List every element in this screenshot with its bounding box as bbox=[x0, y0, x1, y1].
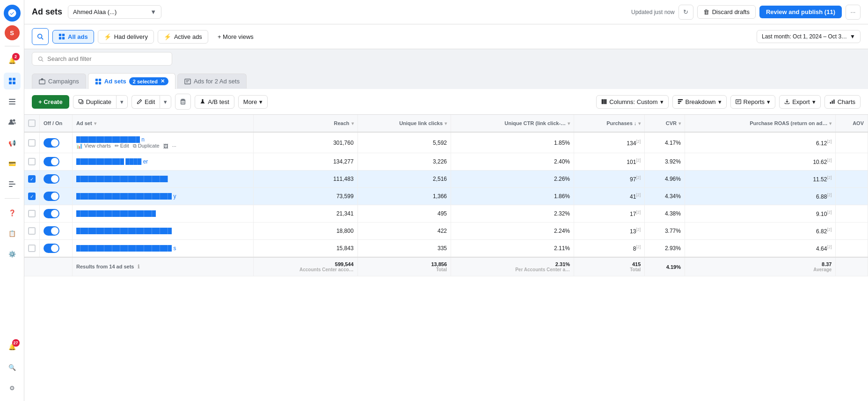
refresh-button[interactable]: ↻ bbox=[678, 5, 693, 20]
all-ads-tab[interactable]: All ads bbox=[52, 30, 94, 44]
th-ad-set[interactable]: Ad set ▾ bbox=[73, 115, 254, 132]
grid-icon[interactable] bbox=[4, 73, 21, 89]
svg-point-8 bbox=[13, 119, 15, 122]
ads-tab[interactable]: Ads for 2 Ad sets bbox=[177, 74, 247, 89]
th-reach[interactable]: Reach ▾ bbox=[254, 115, 357, 132]
charts-button[interactable]: Charts bbox=[824, 95, 861, 109]
toggle-switch[interactable] bbox=[44, 226, 59, 236]
more-chevron-icon: ▾ bbox=[259, 98, 263, 105]
review-publish-button[interactable]: Review and publish (11) bbox=[759, 6, 842, 18]
account-selector[interactable]: Ahmed Alaa (...) ▼ bbox=[68, 5, 161, 19]
duplicate-arrow[interactable]: ▾ bbox=[116, 95, 128, 109]
header-checkbox[interactable] bbox=[28, 119, 36, 127]
row-checkbox[interactable] bbox=[28, 245, 36, 252]
image-action[interactable]: 🖼 bbox=[163, 143, 168, 149]
active-ads-tab[interactable]: ⚡ Active ads bbox=[158, 30, 208, 44]
lines-icon[interactable] bbox=[4, 176, 21, 193]
notification-count-icon[interactable]: 🔔 27 bbox=[4, 338, 21, 355]
ad-set-name[interactable]: ███████████████████████ bbox=[76, 176, 217, 182]
adsets-tab[interactable]: Ad sets 2 selected ✕ bbox=[88, 73, 175, 89]
row-checkbox[interactable] bbox=[28, 193, 36, 200]
ads-icon bbox=[184, 78, 191, 85]
campaigns-icon bbox=[39, 78, 45, 85]
had-delivery-tab[interactable]: ⚡ Had delivery bbox=[98, 30, 154, 44]
user-avatar[interactable]: S bbox=[5, 25, 20, 40]
th-unique-ctr[interactable]: Unique CTR (link click-… ▾ bbox=[451, 115, 574, 132]
delete-button[interactable] bbox=[175, 94, 191, 110]
more-views-button[interactable]: + More views bbox=[212, 30, 259, 43]
row-checkbox[interactable] bbox=[28, 210, 36, 217]
megaphone-icon[interactable]: 📢 bbox=[4, 134, 21, 151]
more-button[interactable]: More ▾ bbox=[238, 95, 268, 109]
duplicate-action[interactable]: ⧉ Duplicate bbox=[133, 143, 160, 149]
toggle-switch[interactable] bbox=[44, 174, 59, 184]
edit-button[interactable]: Edit bbox=[131, 95, 160, 109]
toggle-switch[interactable] bbox=[44, 157, 59, 166]
row-checkbox[interactable] bbox=[28, 227, 36, 235]
th-unique-link-clicks[interactable]: Unique link clicks ▾ bbox=[357, 115, 451, 132]
th-purchases[interactable]: Purchases ↓ ▾ bbox=[574, 115, 645, 132]
toggle-knob bbox=[51, 158, 58, 165]
settings-icon[interactable]: ⚙️ bbox=[4, 245, 21, 262]
search-button[interactable] bbox=[32, 28, 49, 45]
row-checkbox[interactable] bbox=[28, 158, 36, 165]
edit-action[interactable]: ✏ Edit bbox=[115, 143, 129, 149]
toggle-switch[interactable] bbox=[44, 138, 59, 148]
duplicate-button[interactable]: Duplicate bbox=[73, 95, 116, 109]
ad-set-name[interactable]: ████████████████ n bbox=[76, 136, 217, 143]
create-button[interactable]: + Create bbox=[32, 95, 69, 109]
ad-set-name[interactable]: ████████████████████████ s bbox=[76, 245, 217, 252]
row-checkbox[interactable] bbox=[28, 175, 36, 183]
purchases-header[interactable]: Purchases ↓ ▾ bbox=[578, 120, 641, 126]
ulc-header[interactable]: Unique link clicks ▾ bbox=[362, 120, 447, 126]
discard-drafts-button[interactable]: 🗑 Discard drafts bbox=[697, 5, 756, 19]
export-button[interactable]: Export ▾ bbox=[779, 95, 821, 109]
list-icon[interactable] bbox=[4, 93, 21, 110]
uctr-header[interactable]: Unique CTR (link click-… ▾ bbox=[455, 120, 570, 126]
adsets-tab-label: Ad sets bbox=[104, 78, 126, 85]
edit-arrow[interactable]: ▾ bbox=[160, 95, 171, 109]
reach-header[interactable]: Reach ▾ bbox=[257, 120, 353, 126]
date-range-selector[interactable]: Last month: Oct 1, 2024 – Oct 3… ▼ bbox=[757, 30, 861, 43]
view-charts-action[interactable]: 📊 View charts bbox=[76, 143, 111, 149]
svg-rect-37 bbox=[678, 101, 681, 102]
gear-bottom-icon[interactable]: ⚙ bbox=[4, 379, 21, 396]
question-icon[interactable]: ❓ bbox=[4, 204, 21, 221]
toggle-knob bbox=[51, 227, 58, 235]
ad-set-name[interactable]: ████████████████████ bbox=[76, 210, 217, 217]
toggle-switch[interactable] bbox=[44, 244, 59, 253]
header-more-button[interactable]: ··· bbox=[846, 5, 861, 20]
report-icon[interactable]: 📋 bbox=[4, 225, 21, 242]
columns-button[interactable]: Columns: Custom ▾ bbox=[596, 95, 668, 109]
people-icon[interactable] bbox=[4, 114, 21, 131]
ad-set-name[interactable]: ████████████████████████ bbox=[76, 228, 217, 234]
cvr-header[interactable]: CVR ▾ bbox=[649, 120, 681, 126]
row-reach: 73,599 bbox=[254, 188, 357, 205]
row-checkbox[interactable] bbox=[28, 139, 36, 147]
toggle-switch[interactable] bbox=[44, 192, 59, 201]
ad-set-header[interactable]: Ad set ▾ bbox=[76, 120, 249, 126]
off-on-container bbox=[44, 209, 68, 218]
campaigns-tab[interactable]: Campaigns bbox=[32, 74, 86, 89]
reports-button[interactable]: Reports ▾ bbox=[730, 95, 776, 109]
th-purchase-roas[interactable]: Purchase ROAS (return on ad… ▾ bbox=[685, 115, 836, 132]
notifications-icon[interactable]: 🔔 2 bbox=[4, 52, 21, 69]
footer-reach-sub: Accounts Center acco… bbox=[257, 267, 353, 272]
trash-icon: 🗑 bbox=[703, 8, 709, 15]
ad-set-name[interactable]: ████████████ ████ er bbox=[76, 158, 217, 165]
search-filter-input[interactable] bbox=[47, 55, 141, 62]
more-actions[interactable]: ··· bbox=[172, 143, 176, 149]
card-icon[interactable]: 💳 bbox=[4, 155, 21, 172]
meta-logo[interactable] bbox=[4, 5, 21, 22]
aov-header: AOV bbox=[839, 120, 864, 126]
row-aov bbox=[836, 171, 868, 188]
ad-set-name[interactable]: ████████████████████████ y bbox=[76, 193, 217, 200]
th-cvr[interactable]: CVR ▾ bbox=[645, 115, 685, 132]
breakdown-button[interactable]: Breakdown ▾ bbox=[672, 95, 727, 109]
row-cvr: 4.38% bbox=[645, 205, 685, 223]
proas-header[interactable]: Purchase ROAS (return on ad… ▾ bbox=[689, 120, 832, 126]
adsets-badge-close[interactable]: ✕ bbox=[160, 78, 165, 84]
ab-test-button[interactable]: A/B test bbox=[195, 95, 234, 109]
search-bottom-icon[interactable]: 🔍 bbox=[4, 359, 21, 376]
toggle-switch[interactable] bbox=[44, 209, 59, 218]
